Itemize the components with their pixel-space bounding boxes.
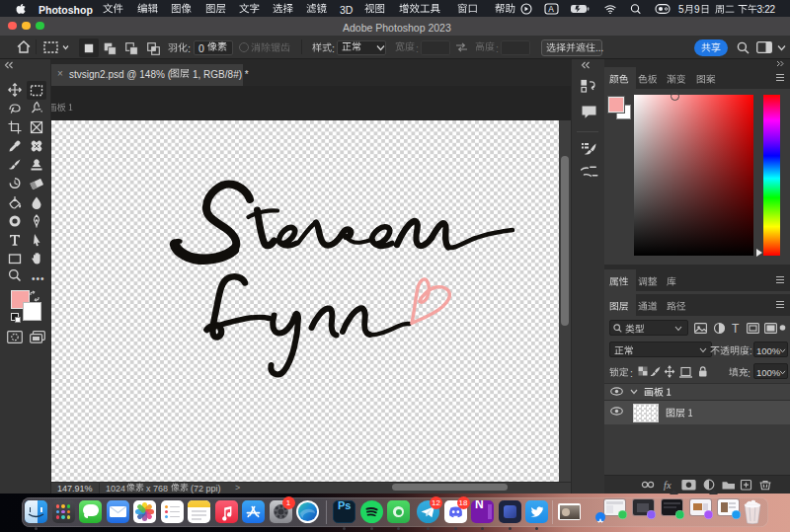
svg-text:fx: fx	[664, 480, 672, 491]
svg-text:A: A	[548, 4, 554, 14]
svg-text:T: T	[732, 322, 740, 335]
